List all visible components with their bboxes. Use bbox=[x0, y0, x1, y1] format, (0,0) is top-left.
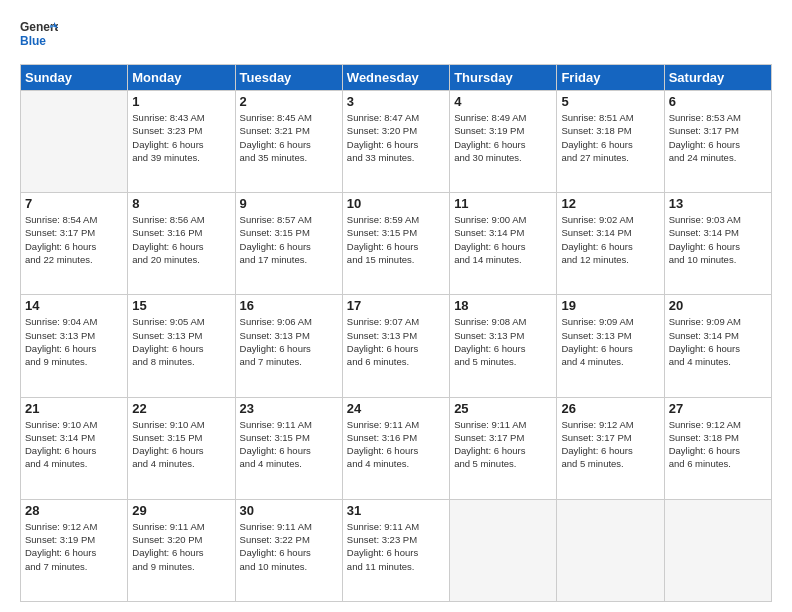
day-info: Sunrise: 9:11 AMSunset: 3:23 PMDaylight:… bbox=[347, 520, 445, 573]
day-info: Sunrise: 9:02 AMSunset: 3:14 PMDaylight:… bbox=[561, 213, 659, 266]
day-number: 13 bbox=[669, 196, 767, 211]
calendar-cell: 5Sunrise: 8:51 AMSunset: 3:18 PMDaylight… bbox=[557, 91, 664, 193]
day-number: 30 bbox=[240, 503, 338, 518]
day-info: Sunrise: 8:51 AMSunset: 3:18 PMDaylight:… bbox=[561, 111, 659, 164]
day-info: Sunrise: 8:45 AMSunset: 3:21 PMDaylight:… bbox=[240, 111, 338, 164]
day-number: 4 bbox=[454, 94, 552, 109]
day-info: Sunrise: 9:05 AMSunset: 3:13 PMDaylight:… bbox=[132, 315, 230, 368]
day-number: 12 bbox=[561, 196, 659, 211]
day-number: 5 bbox=[561, 94, 659, 109]
day-number: 27 bbox=[669, 401, 767, 416]
calendar-cell: 10Sunrise: 8:59 AMSunset: 3:15 PMDayligh… bbox=[342, 193, 449, 295]
day-info: Sunrise: 9:06 AMSunset: 3:13 PMDaylight:… bbox=[240, 315, 338, 368]
day-info: Sunrise: 9:11 AMSunset: 3:20 PMDaylight:… bbox=[132, 520, 230, 573]
day-number: 11 bbox=[454, 196, 552, 211]
calendar-cell: 16Sunrise: 9:06 AMSunset: 3:13 PMDayligh… bbox=[235, 295, 342, 397]
calendar-col-tuesday: Tuesday bbox=[235, 65, 342, 91]
day-number: 17 bbox=[347, 298, 445, 313]
day-info: Sunrise: 9:00 AMSunset: 3:14 PMDaylight:… bbox=[454, 213, 552, 266]
day-number: 21 bbox=[25, 401, 123, 416]
calendar-col-thursday: Thursday bbox=[450, 65, 557, 91]
calendar-cell: 18Sunrise: 9:08 AMSunset: 3:13 PMDayligh… bbox=[450, 295, 557, 397]
calendar-col-friday: Friday bbox=[557, 65, 664, 91]
calendar-week-row: 21Sunrise: 9:10 AMSunset: 3:14 PMDayligh… bbox=[21, 397, 772, 499]
day-number: 20 bbox=[669, 298, 767, 313]
day-info: Sunrise: 9:11 AMSunset: 3:16 PMDaylight:… bbox=[347, 418, 445, 471]
calendar-cell bbox=[557, 499, 664, 601]
calendar-cell: 11Sunrise: 9:00 AMSunset: 3:14 PMDayligh… bbox=[450, 193, 557, 295]
calendar-cell: 9Sunrise: 8:57 AMSunset: 3:15 PMDaylight… bbox=[235, 193, 342, 295]
calendar-cell: 17Sunrise: 9:07 AMSunset: 3:13 PMDayligh… bbox=[342, 295, 449, 397]
day-number: 24 bbox=[347, 401, 445, 416]
day-info: Sunrise: 8:43 AMSunset: 3:23 PMDaylight:… bbox=[132, 111, 230, 164]
day-info: Sunrise: 9:12 AMSunset: 3:19 PMDaylight:… bbox=[25, 520, 123, 573]
day-info: Sunrise: 8:49 AMSunset: 3:19 PMDaylight:… bbox=[454, 111, 552, 164]
calendar-col-monday: Monday bbox=[128, 65, 235, 91]
day-info: Sunrise: 8:47 AMSunset: 3:20 PMDaylight:… bbox=[347, 111, 445, 164]
day-number: 26 bbox=[561, 401, 659, 416]
calendar-cell: 31Sunrise: 9:11 AMSunset: 3:23 PMDayligh… bbox=[342, 499, 449, 601]
calendar-cell: 7Sunrise: 8:54 AMSunset: 3:17 PMDaylight… bbox=[21, 193, 128, 295]
day-info: Sunrise: 9:10 AMSunset: 3:14 PMDaylight:… bbox=[25, 418, 123, 471]
day-info: Sunrise: 9:11 AMSunset: 3:15 PMDaylight:… bbox=[240, 418, 338, 471]
calendar-cell: 15Sunrise: 9:05 AMSunset: 3:13 PMDayligh… bbox=[128, 295, 235, 397]
calendar-week-row: 1Sunrise: 8:43 AMSunset: 3:23 PMDaylight… bbox=[21, 91, 772, 193]
day-info: Sunrise: 9:09 AMSunset: 3:13 PMDaylight:… bbox=[561, 315, 659, 368]
day-info: Sunrise: 9:09 AMSunset: 3:14 PMDaylight:… bbox=[669, 315, 767, 368]
calendar-week-row: 28Sunrise: 9:12 AMSunset: 3:19 PMDayligh… bbox=[21, 499, 772, 601]
calendar-cell: 12Sunrise: 9:02 AMSunset: 3:14 PMDayligh… bbox=[557, 193, 664, 295]
day-info: Sunrise: 9:11 AMSunset: 3:22 PMDaylight:… bbox=[240, 520, 338, 573]
day-number: 18 bbox=[454, 298, 552, 313]
day-info: Sunrise: 8:57 AMSunset: 3:15 PMDaylight:… bbox=[240, 213, 338, 266]
svg-text:Blue: Blue bbox=[20, 34, 46, 48]
day-info: Sunrise: 9:10 AMSunset: 3:15 PMDaylight:… bbox=[132, 418, 230, 471]
calendar-cell: 2Sunrise: 8:45 AMSunset: 3:21 PMDaylight… bbox=[235, 91, 342, 193]
day-number: 2 bbox=[240, 94, 338, 109]
calendar-cell: 23Sunrise: 9:11 AMSunset: 3:15 PMDayligh… bbox=[235, 397, 342, 499]
day-number: 15 bbox=[132, 298, 230, 313]
calendar-cell: 1Sunrise: 8:43 AMSunset: 3:23 PMDaylight… bbox=[128, 91, 235, 193]
day-info: Sunrise: 9:04 AMSunset: 3:13 PMDaylight:… bbox=[25, 315, 123, 368]
day-info: Sunrise: 9:12 AMSunset: 3:18 PMDaylight:… bbox=[669, 418, 767, 471]
calendar-week-row: 14Sunrise: 9:04 AMSunset: 3:13 PMDayligh… bbox=[21, 295, 772, 397]
calendar-cell: 25Sunrise: 9:11 AMSunset: 3:17 PMDayligh… bbox=[450, 397, 557, 499]
calendar-cell: 27Sunrise: 9:12 AMSunset: 3:18 PMDayligh… bbox=[664, 397, 771, 499]
day-number: 14 bbox=[25, 298, 123, 313]
day-number: 16 bbox=[240, 298, 338, 313]
calendar-header-row: SundayMondayTuesdayWednesdayThursdayFrid… bbox=[21, 65, 772, 91]
day-info: Sunrise: 8:59 AMSunset: 3:15 PMDaylight:… bbox=[347, 213, 445, 266]
calendar-cell: 24Sunrise: 9:11 AMSunset: 3:16 PMDayligh… bbox=[342, 397, 449, 499]
calendar-cell: 28Sunrise: 9:12 AMSunset: 3:19 PMDayligh… bbox=[21, 499, 128, 601]
day-number: 23 bbox=[240, 401, 338, 416]
day-number: 7 bbox=[25, 196, 123, 211]
calendar-cell bbox=[664, 499, 771, 601]
calendar-col-saturday: Saturday bbox=[664, 65, 771, 91]
day-number: 8 bbox=[132, 196, 230, 211]
day-number: 9 bbox=[240, 196, 338, 211]
day-info: Sunrise: 8:53 AMSunset: 3:17 PMDaylight:… bbox=[669, 111, 767, 164]
logo-bird-icon: General Blue bbox=[20, 18, 58, 54]
calendar-cell: 29Sunrise: 9:11 AMSunset: 3:20 PMDayligh… bbox=[128, 499, 235, 601]
calendar-cell: 20Sunrise: 9:09 AMSunset: 3:14 PMDayligh… bbox=[664, 295, 771, 397]
calendar-cell: 21Sunrise: 9:10 AMSunset: 3:14 PMDayligh… bbox=[21, 397, 128, 499]
calendar-cell bbox=[450, 499, 557, 601]
day-number: 25 bbox=[454, 401, 552, 416]
calendar-cell: 22Sunrise: 9:10 AMSunset: 3:15 PMDayligh… bbox=[128, 397, 235, 499]
day-number: 1 bbox=[132, 94, 230, 109]
day-number: 19 bbox=[561, 298, 659, 313]
logo: General Blue bbox=[20, 18, 58, 54]
calendar-col-wednesday: Wednesday bbox=[342, 65, 449, 91]
day-number: 28 bbox=[25, 503, 123, 518]
calendar-cell: 13Sunrise: 9:03 AMSunset: 3:14 PMDayligh… bbox=[664, 193, 771, 295]
calendar-cell: 14Sunrise: 9:04 AMSunset: 3:13 PMDayligh… bbox=[21, 295, 128, 397]
day-info: Sunrise: 9:11 AMSunset: 3:17 PMDaylight:… bbox=[454, 418, 552, 471]
day-number: 3 bbox=[347, 94, 445, 109]
page: General Blue SundayMondayTuesdayWednesda… bbox=[0, 0, 792, 612]
calendar-cell: 8Sunrise: 8:56 AMSunset: 3:16 PMDaylight… bbox=[128, 193, 235, 295]
day-number: 10 bbox=[347, 196, 445, 211]
calendar-cell: 19Sunrise: 9:09 AMSunset: 3:13 PMDayligh… bbox=[557, 295, 664, 397]
header: General Blue bbox=[20, 18, 772, 54]
calendar-cell: 30Sunrise: 9:11 AMSunset: 3:22 PMDayligh… bbox=[235, 499, 342, 601]
day-info: Sunrise: 9:12 AMSunset: 3:17 PMDaylight:… bbox=[561, 418, 659, 471]
calendar-cell bbox=[21, 91, 128, 193]
